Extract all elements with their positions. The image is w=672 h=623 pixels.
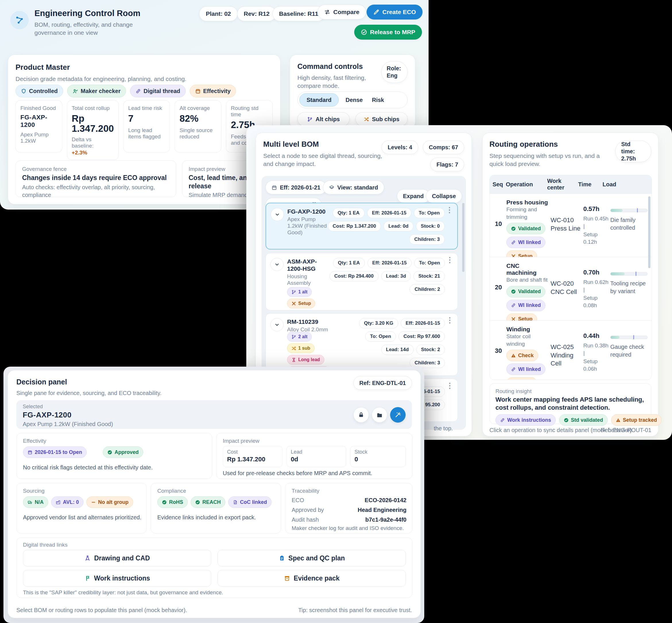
file-check-icon xyxy=(233,500,238,505)
std-time-chip: Std time: 2.75h xyxy=(615,140,651,162)
bom-scrollbar[interactable] xyxy=(462,203,464,272)
bom-title: Multi level BOM xyxy=(263,140,319,149)
compliance-chips: RoHS REACH CoC linked xyxy=(157,496,272,508)
levels-chip: Levels: 4 xyxy=(381,140,418,154)
check-circle-icon xyxy=(195,500,200,505)
to-chip: To: Open xyxy=(414,258,445,268)
to-chip: To: Open xyxy=(414,208,445,218)
check-circle-icon xyxy=(511,226,516,231)
maker-checker-label: Maker checker xyxy=(81,88,121,94)
lock-button[interactable] xyxy=(354,407,369,423)
mode-standard[interactable]: Standard xyxy=(299,93,339,107)
alt-coverage-card: Alt coverage 82% Single source reduced xyxy=(175,100,221,152)
edit-icon xyxy=(373,9,379,15)
reach-chip: REACH xyxy=(191,496,225,508)
mode-risk[interactable]: Risk xyxy=(370,97,386,103)
setup-time: Setup 0.08h xyxy=(583,294,609,309)
alt-chips-label: Alt chips xyxy=(315,116,340,123)
kv-value: b7c1-9a2e-44f0 xyxy=(365,516,406,523)
impact-preview-panel: Impact preview Cost Rp 1.347.200 Lead 0d… xyxy=(216,433,413,479)
alt-chips-button[interactable]: Alt chips xyxy=(297,112,349,126)
operation-name: CNC machining xyxy=(507,262,549,276)
routing-insight-card: Routing insight Work center mapping feed… xyxy=(489,383,651,424)
evidence-pack-button[interactable]: Evidence pack xyxy=(218,570,406,587)
rev-chip: Rev: R12 xyxy=(237,6,276,21)
load-cell: Die family controlled xyxy=(610,209,648,232)
link-icon xyxy=(135,88,141,94)
collapse-node-button[interactable] xyxy=(270,258,284,271)
eff-date-chip[interactable]: Eff: 2026-01-21 xyxy=(266,181,326,195)
insight-text: Work center mapping feeds APS lane sched… xyxy=(495,396,645,411)
run-time: Run 0.62h | xyxy=(583,278,609,293)
effectivity-card: Effectivity 2026-01-15 to Open Approved … xyxy=(17,433,212,479)
collapse-node-button[interactable] xyxy=(270,318,284,331)
selected-item-card: Selected FG-AXP-1200 Apex Pump 1.2kW (Fi… xyxy=(17,400,412,429)
row-menu-icon[interactable]: ⋮ xyxy=(446,382,454,389)
approved-by-row: Approved by Head Engineering xyxy=(292,506,406,514)
node-desc: Apex Pump 1.2kW (Finished Good) xyxy=(287,216,327,236)
col-load: Load xyxy=(603,181,637,188)
view-chip[interactable]: View: standard xyxy=(323,181,384,195)
card-sub: Long lead items flagged xyxy=(128,127,165,140)
compliance-card: Compliance RoHS REACH CoC linked Evidenc… xyxy=(151,483,281,533)
drafting-compass-icon xyxy=(84,555,91,561)
seq-value: 10 xyxy=(495,220,502,228)
governance-fence-card: Governance fence Changes inside 14 days … xyxy=(16,160,176,197)
archive-icon xyxy=(284,575,290,582)
work-center-cell: WC-010 Press Line xyxy=(551,216,580,233)
spec-qc-plan-button[interactable]: Spec and QC plan xyxy=(218,550,406,566)
eco-row: ECO ECO-2026-0142 xyxy=(292,496,406,504)
folder-button[interactable] xyxy=(372,407,387,423)
node-chips-row1: Qty: 1 EA Eff: 2026-01-15 To: Open xyxy=(333,208,445,218)
mode-dense[interactable]: Dense xyxy=(341,97,367,103)
compare-label: Compare xyxy=(333,9,359,16)
row-menu-icon[interactable]: ⋮ xyxy=(446,256,454,264)
sourcing-label: Sourcing xyxy=(23,488,44,494)
bom-node-asm-axp-1200-hsg[interactable]: ASM-AXP-1200-HSG Housing Assembly 1 alt … xyxy=(266,253,458,310)
collapse-button[interactable]: Collapse xyxy=(426,189,462,203)
routing-row-30[interactable]: 30 Winding Stator coil winding Check WI … xyxy=(490,320,652,380)
node-chips-row1: Qty: 3.20 KG Eff: 2026-01-15 xyxy=(359,318,445,328)
work-instructions-button[interactable]: Work instructions xyxy=(23,570,211,587)
setup-time: Setup 0.06h xyxy=(583,358,609,373)
card-sub: Apex Pump 1.2kW xyxy=(20,131,57,144)
routing-row-20[interactable]: 20 CNC machining Bore and shaft fit Vali… xyxy=(490,257,652,320)
impact-label: Impact preview xyxy=(223,438,259,444)
setup-time: Setup 0.12h xyxy=(583,231,609,245)
setup-badge: Setup xyxy=(507,377,537,380)
kv-label: Audit hash xyxy=(292,516,319,524)
expand-button[interactable]: Expand xyxy=(397,189,430,203)
seq-value: 20 xyxy=(495,284,502,291)
compliance-note: Evidence links included in export pack. xyxy=(157,514,256,521)
routing-scrollbar[interactable] xyxy=(648,197,650,268)
row-menu-icon[interactable]: ⋮ xyxy=(446,316,454,324)
cost-chip: Cost: Rp 1.347.200 xyxy=(328,221,381,231)
routing-row-10[interactable]: 10 Press housing Forming and trimming Va… xyxy=(490,194,652,257)
approved-chip: Approved xyxy=(103,446,143,458)
release-to-mrp-button[interactable]: Release to MRP xyxy=(354,25,422,40)
operation-desc: Bore and shaft fit xyxy=(507,276,549,284)
shuffle-icon xyxy=(364,117,369,122)
node-chips-row2: To: Open Cost: Rp 97.600 xyxy=(365,331,445,342)
sub-chips-button[interactable]: Sub chips xyxy=(355,112,408,126)
drawing-cad-button[interactable]: Drawing and CAD xyxy=(23,550,211,566)
card-label: Total cost rollup xyxy=(72,105,114,111)
bom-node-fg-axp-1200[interactable]: FG-AXP-1200 Apex Pump 1.2kW (Finished Go… xyxy=(266,203,458,249)
compare-button[interactable]: Compare xyxy=(317,5,366,20)
delta-value: +2.3% xyxy=(72,150,114,156)
link-icon xyxy=(511,367,516,372)
sub-tag: 1 sub xyxy=(287,344,315,353)
crossed-tools-icon xyxy=(292,301,296,306)
sub-chips-label: Sub chips xyxy=(372,116,400,123)
kpi-cards: Finished Good FG-AXP-1200 Apex Pump 1.2k… xyxy=(16,100,273,160)
lead-time-risk-card: Lead time risk 7 Long lead items flagged xyxy=(123,100,170,152)
row-menu-icon[interactable]: ⋮ xyxy=(446,206,453,214)
create-eco-button[interactable]: Create ECO xyxy=(367,5,423,20)
wi-linked-badge: WI linked xyxy=(507,300,545,311)
magic-wand-button[interactable] xyxy=(390,407,406,423)
check-badge: Check xyxy=(507,350,538,361)
kv-value: ECO-2026-0142 xyxy=(365,497,406,504)
decision-panel: Decision panel Single pane for evidence,… xyxy=(7,370,421,618)
collapse-node-button[interactable] xyxy=(271,208,284,221)
drawing-cad-label: Drawing and CAD xyxy=(94,554,150,562)
